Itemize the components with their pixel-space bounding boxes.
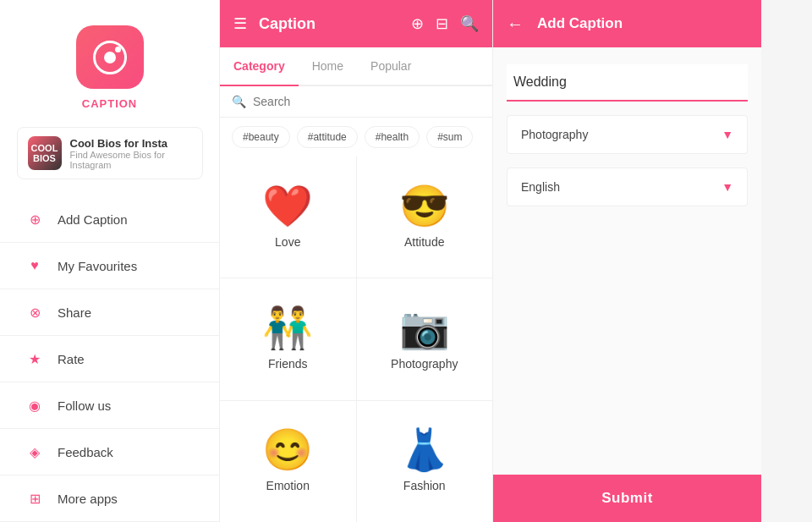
search-icon: 🔍 bbox=[232, 95, 246, 108]
sidebar-item-label-share: Share bbox=[58, 305, 91, 320]
sidebar-item-label-more-apps: More apps bbox=[58, 492, 118, 506]
sidebar-menu: ⊕ Add Caption ♥ My Favourites ⊗ Share ★ … bbox=[0, 196, 219, 522]
photography-label: Photography bbox=[391, 357, 458, 371]
more-apps-icon: ⊞ bbox=[25, 489, 44, 508]
rate-icon: ★ bbox=[25, 349, 44, 368]
add-caption-title: Add Caption bbox=[537, 15, 623, 32]
logo-circle bbox=[93, 41, 127, 74]
language-dropdown-value: English bbox=[521, 180, 560, 194]
tab-bar: Category Home Popular bbox=[220, 47, 492, 86]
friends-emoji: 👬 bbox=[262, 308, 313, 349]
app-name: CAPTION bbox=[82, 97, 138, 110]
add-caption-header: ← Add Caption bbox=[493, 0, 761, 47]
spacer bbox=[507, 220, 748, 458]
header-left: ☰ Caption bbox=[233, 14, 315, 33]
tab-home[interactable]: Home bbox=[299, 47, 357, 85]
sidebar-item-rate[interactable]: ★ Rate bbox=[0, 336, 219, 382]
cool-bios-banner[interactable]: COOLBIOS Cool Bios for Insta Find Awesom… bbox=[17, 127, 203, 179]
add-caption-icon: ⊕ bbox=[25, 210, 44, 228]
sidebar-item-label-favourites: My Favourites bbox=[58, 259, 137, 273]
category-card-emotion[interactable]: 😊 Emotion bbox=[220, 401, 356, 522]
category-card-fashion[interactable]: 👗 Fashion bbox=[357, 401, 493, 522]
sidebar-item-feedback[interactable]: ◈ Feedback bbox=[0, 429, 219, 475]
category-card-photography[interactable]: 📷 Photography bbox=[357, 278, 493, 399]
photography-emoji: 📷 bbox=[399, 308, 450, 349]
submit-button[interactable]: Submit bbox=[493, 475, 761, 522]
hashtag-chip-health[interactable]: #health bbox=[365, 126, 420, 148]
caption-text-input[interactable] bbox=[507, 64, 748, 102]
back-icon[interactable]: ← bbox=[507, 14, 524, 34]
fashion-emoji: 👗 bbox=[399, 430, 450, 470]
sidebar-item-label-rate: Rate bbox=[58, 352, 85, 366]
language-dropdown[interactable]: English ▼ bbox=[507, 168, 748, 206]
sidebar-item-label-follow: Follow us bbox=[58, 398, 111, 413]
cool-bios-icon: COOLBIOS bbox=[28, 136, 62, 170]
emotion-label: Emotion bbox=[266, 479, 310, 492]
compare-icon[interactable]: ⊟ bbox=[436, 14, 448, 33]
category-card-love[interactable]: ❤️ Love bbox=[220, 157, 356, 277]
header-icons: ⊕ ⊟ 🔍 bbox=[411, 14, 479, 33]
add-icon[interactable]: ⊕ bbox=[411, 14, 424, 33]
category-header-title: Caption bbox=[259, 15, 315, 33]
category-dropdown-arrow: ▼ bbox=[721, 128, 733, 141]
category-card-attitude[interactable]: 😎 Attitude bbox=[357, 157, 493, 277]
tab-popular[interactable]: Popular bbox=[357, 47, 425, 85]
categories-grid: ❤️ Love 😎 Attitude 👬 Friends 📷 Photograp… bbox=[220, 157, 492, 522]
search-bar: 🔍 bbox=[220, 86, 492, 118]
cool-bios-subtitle: Find Awesome Bios for Instagram bbox=[70, 150, 192, 170]
sidebar-item-share[interactable]: ⊗ Share bbox=[0, 289, 219, 336]
emotion-emoji: 😊 bbox=[262, 430, 313, 470]
love-emoji: ❤️ bbox=[262, 186, 313, 227]
sidebar-item-my-favourites[interactable]: ♥ My Favourites bbox=[0, 243, 219, 289]
cool-bios-text: Cool Bios for Insta Find Awesome Bios fo… bbox=[70, 137, 192, 170]
app-logo bbox=[76, 25, 144, 89]
category-card-friends[interactable]: 👬 Friends bbox=[220, 278, 356, 399]
hashtag-chip-sum[interactable]: #sum bbox=[426, 126, 473, 148]
add-caption-panel: ← Add Caption Photography ▼ English ▼ Su… bbox=[493, 0, 761, 522]
hashtag-chip-beauty[interactable]: #beauty bbox=[232, 126, 290, 148]
hamburger-icon[interactable]: ☰ bbox=[233, 14, 247, 33]
logo-dot bbox=[115, 47, 121, 52]
sidebar-item-label-feedback: Feedback bbox=[58, 445, 113, 459]
love-label: Love bbox=[275, 235, 300, 249]
language-dropdown-arrow: ▼ bbox=[721, 180, 733, 194]
sidebar-item-label-add-caption: Add Caption bbox=[58, 212, 128, 227]
category-panel: ☰ Caption ⊕ ⊟ 🔍 Category Home Popular 🔍 … bbox=[220, 0, 493, 522]
fashion-label: Fashion bbox=[403, 479, 446, 492]
hashtags-row: #beauty #attitude #health #sum bbox=[220, 118, 492, 157]
attitude-emoji: 😎 bbox=[399, 186, 450, 227]
sidebar: CAPTION COOLBIOS Cool Bios for Insta Fin… bbox=[0, 0, 220, 522]
attitude-label: Attitude bbox=[404, 235, 444, 249]
friends-label: Friends bbox=[268, 357, 308, 371]
cool-bios-title: Cool Bios for Insta bbox=[70, 137, 192, 150]
sidebar-item-add-caption[interactable]: ⊕ Add Caption bbox=[0, 196, 219, 243]
follow-icon: ◉ bbox=[25, 396, 44, 415]
search-input[interactable] bbox=[253, 95, 480, 108]
search-header-icon[interactable]: 🔍 bbox=[460, 14, 479, 33]
tab-category[interactable]: Category bbox=[220, 47, 299, 85]
category-dropdown-value: Photography bbox=[521, 128, 588, 141]
hashtag-chip-attitude[interactable]: #attitude bbox=[297, 126, 358, 148]
sidebar-item-follow-us[interactable]: ◉ Follow us bbox=[0, 382, 219, 429]
sidebar-item-more-apps[interactable]: ⊞ More apps bbox=[0, 475, 219, 522]
share-icon: ⊗ bbox=[25, 303, 44, 321]
favourites-icon: ♥ bbox=[25, 256, 44, 275]
feedback-icon: ◈ bbox=[25, 442, 44, 461]
category-dropdown[interactable]: Photography ▼ bbox=[507, 115, 748, 154]
add-caption-content: Photography ▼ English ▼ bbox=[493, 47, 761, 475]
category-header: ☰ Caption ⊕ ⊟ 🔍 bbox=[220, 0, 492, 47]
